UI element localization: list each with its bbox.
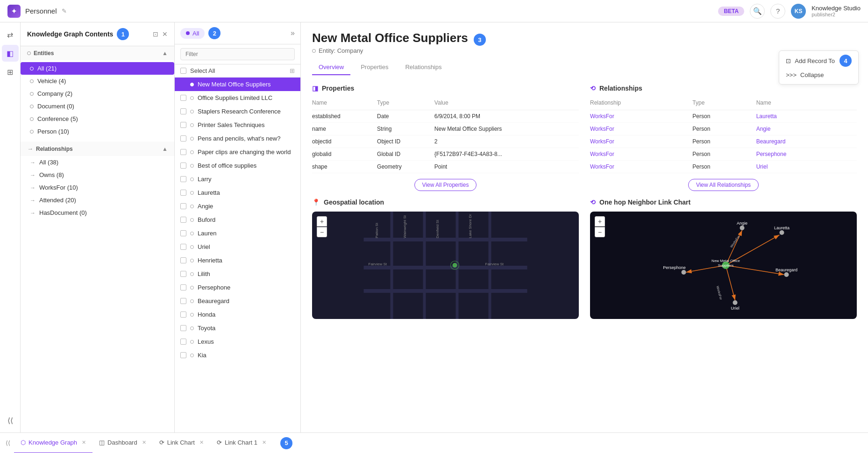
bottom-tab[interactable]: ⬡Knowledge Graph✕ (14, 433, 92, 453)
middle-collapse-btn[interactable]: » (291, 29, 295, 37)
close-tab-btn[interactable]: ✕ (82, 439, 86, 446)
close-panel-btn[interactable]: ✕ (162, 30, 168, 38)
close-tab-btn[interactable]: ✕ (262, 439, 266, 446)
list-item[interactable]: Honda (175, 308, 300, 321)
record-tab[interactable]: Properties (354, 60, 395, 75)
item-checkbox[interactable] (180, 217, 186, 223)
filter-input[interactable] (180, 48, 295, 60)
sidebar-nav-grid[interactable]: ⊞ (2, 64, 19, 80)
all-badge[interactable]: All (180, 28, 205, 39)
item-checkbox[interactable] (180, 176, 186, 182)
list-item[interactable]: New Metal Office Suppliers (175, 78, 300, 91)
edit-icon[interactable]: ✎ (62, 7, 67, 14)
list-item[interactable]: Lauren (175, 226, 300, 240)
view-all-relationships-btn[interactable]: View All Relationships (688, 179, 759, 191)
list-item[interactable]: Staplers Research Conference (175, 105, 300, 118)
close-tab-btn[interactable]: ✕ (142, 439, 146, 446)
rel-name[interactable]: Uriel (756, 161, 857, 173)
sidebar-nav-layers[interactable]: ◧ (2, 45, 19, 62)
record-tab[interactable]: Overview (312, 60, 350, 75)
rel-item[interactable]: →All (38) (21, 156, 174, 169)
rel-name[interactable]: Beauregard (756, 135, 857, 148)
list-item[interactable]: Persephone (175, 281, 300, 294)
select-all-checkbox[interactable] (180, 68, 186, 74)
item-checkbox[interactable] (180, 203, 186, 209)
rel-relationship[interactable]: WorksFor (590, 135, 692, 148)
item-checkbox[interactable] (180, 108, 186, 114)
item-checkbox[interactable] (180, 352, 186, 358)
list-item[interactable]: Toyota (175, 321, 300, 335)
graph-zoom-in[interactable]: + (595, 216, 605, 226)
item-checkbox[interactable] (180, 135, 186, 142)
item-checkbox[interactable] (180, 311, 186, 318)
list-item[interactable]: Printer Sales Techniques (175, 118, 300, 132)
entity-item[interactable]: Conference (5) (21, 113, 174, 125)
rel-item[interactable]: →WorksFor (10) (21, 181, 174, 194)
rel-item[interactable]: →Owns (8) (21, 169, 174, 181)
collapse-action[interactable]: >>> Collapse (786, 70, 852, 80)
list-item[interactable]: Buford (175, 213, 300, 226)
help-button[interactable]: ? (770, 4, 785, 19)
rel-item[interactable]: →Attended (20) (21, 194, 174, 206)
entity-item[interactable]: Document (0) (21, 100, 174, 113)
rel-toggle[interactable]: ▲ (162, 146, 168, 152)
rel-relationship[interactable]: WorksFor (590, 123, 692, 135)
list-item[interactable]: Henrietta (175, 254, 300, 267)
list-item[interactable]: Best of office supplies (175, 159, 300, 172)
rel-relationship[interactable]: WorksFor (590, 148, 692, 161)
rel-item[interactable]: →HasDocument (0) (21, 206, 174, 219)
add-record-action[interactable]: ⊡ Add Record To (786, 56, 835, 66)
select-all-label[interactable]: Select All (180, 67, 215, 74)
list-item[interactable]: Office Supplies Limited LLC (175, 91, 300, 105)
item-checkbox[interactable] (180, 190, 186, 196)
list-item[interactable]: Paper clips are changing the world (175, 145, 300, 159)
view-all-properties-btn[interactable]: View All Properties (414, 179, 477, 191)
item-checkbox[interactable] (180, 244, 186, 250)
rel-name[interactable]: Angie (756, 123, 857, 135)
list-item[interactable]: Lauretta (175, 186, 300, 199)
rel-name[interactable]: Persephone (756, 148, 857, 161)
rel-relationship[interactable]: WorksFor (590, 161, 692, 173)
close-tab-btn[interactable]: ✕ (199, 439, 204, 446)
item-checkbox[interactable] (180, 122, 186, 128)
item-checkbox[interactable] (180, 325, 186, 331)
list-item[interactable]: Larry (175, 172, 300, 186)
search-button[interactable]: 🔍 (750, 4, 765, 19)
list-item[interactable]: Uriel (175, 240, 300, 254)
entity-item[interactable]: Company (2) (21, 87, 174, 100)
rel-relationship[interactable]: WorksFor (590, 110, 692, 123)
sidebar-nav-1[interactable]: ⇄ (2, 26, 19, 43)
item-checkbox[interactable] (180, 81, 186, 87)
item-checkbox[interactable] (180, 284, 186, 290)
graph-zoom-out[interactable]: − (595, 227, 605, 237)
list-item[interactable]: Beauregard (175, 294, 300, 308)
columns-icon[interactable]: ⊞ (290, 67, 295, 74)
expand-panel-btn[interactable]: ⊡ (153, 30, 158, 38)
entity-item[interactable]: All (21) (21, 62, 174, 75)
list-item[interactable]: Kia (175, 348, 300, 362)
item-checkbox[interactable] (180, 163, 186, 169)
bottom-tab[interactable]: ◫Dashboard✕ (92, 433, 153, 453)
list-item[interactable]: Lexus (175, 335, 300, 348)
list-item[interactable]: Lilith (175, 267, 300, 281)
item-checkbox[interactable] (180, 95, 186, 101)
map-zoom-out[interactable]: − (317, 227, 327, 237)
item-checkbox[interactable] (180, 149, 186, 155)
item-checkbox[interactable] (180, 271, 186, 277)
map-zoom-in[interactable]: + (317, 216, 327, 226)
item-checkbox[interactable] (180, 230, 186, 236)
entity-item[interactable]: Person (10) (21, 125, 174, 138)
item-checkbox[interactable] (180, 257, 186, 263)
bottom-tab[interactable]: ⟳Link Chart 1✕ (210, 433, 273, 453)
expand-panel-btn[interactable]: ⟨⟨ (6, 439, 10, 446)
record-tab[interactable]: Relationships (398, 60, 448, 75)
entity-item[interactable]: Vehicle (4) (21, 75, 174, 87)
sidebar-nav-collapse[interactable]: ⟨⟨ (2, 412, 19, 429)
bottom-tab[interactable]: ⟳Link Chart✕ (153, 433, 210, 453)
item-checkbox[interactable] (180, 298, 186, 304)
list-item[interactable]: Pens and pencils, what's new? (175, 132, 300, 145)
entities-toggle[interactable]: ▲ (162, 50, 168, 57)
item-checkbox[interactable] (180, 339, 186, 345)
rel-name[interactable]: Lauretta (756, 110, 857, 123)
list-item[interactable]: Angie (175, 199, 300, 213)
